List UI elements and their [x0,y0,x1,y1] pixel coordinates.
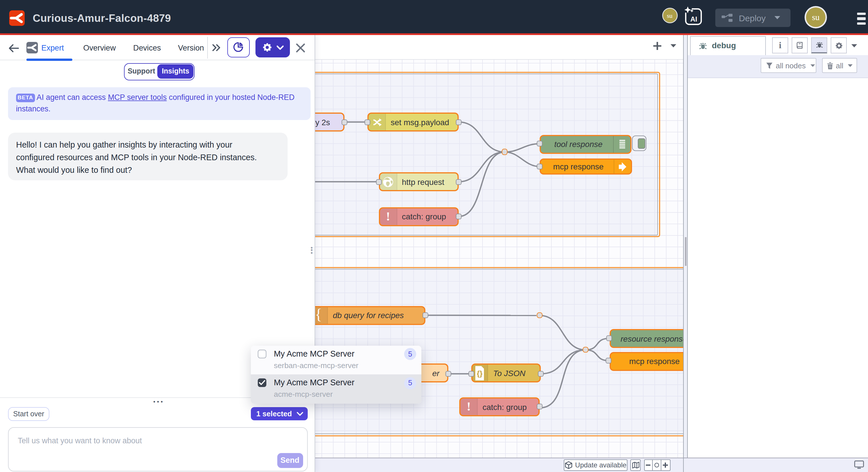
svg-text:AI: AI [690,15,697,23]
